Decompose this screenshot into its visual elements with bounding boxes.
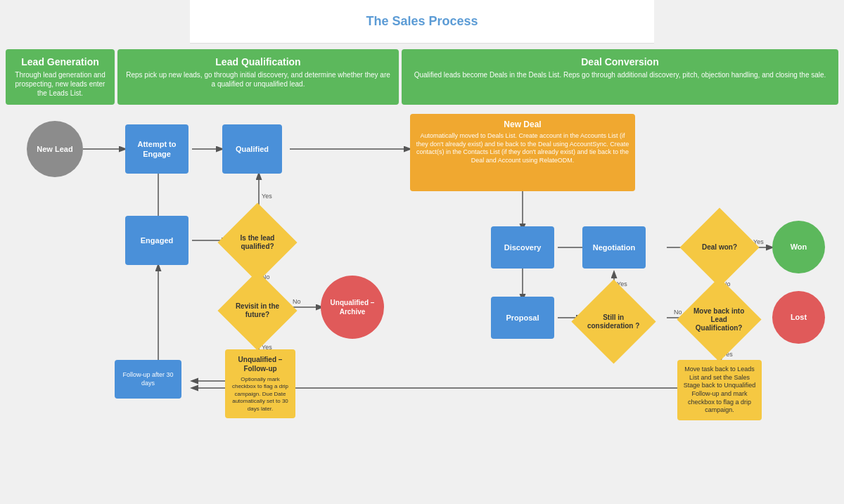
unqualified-archive-node: Unqualified – Archive — [321, 276, 384, 339]
still-consideration-label: Still in consideration ? — [584, 314, 644, 330]
engaged-node: Engaged — [125, 216, 188, 265]
won-label: Won — [791, 242, 807, 252]
attempt-engage-label: Attempt to Engage — [125, 139, 188, 160]
stage-header-desc-lead-gen: Through lead generation and prospecting,… — [14, 70, 106, 98]
discovery-label: Discovery — [504, 243, 542, 252]
discovery-node: Discovery — [491, 226, 554, 269]
stage-header-deal-conv: Deal Conversion Qualified leads become D… — [402, 49, 838, 105]
svg-text:No: No — [293, 298, 301, 305]
stage-header-desc-deal-conv: Qualified leads become Deals in the Deal… — [410, 70, 830, 79]
new-lead-node: New Lead — [27, 121, 83, 177]
won-node: Won — [772, 221, 825, 273]
stage-header-desc-lead-qual: Reps pick up new leads, go through initi… — [126, 70, 390, 89]
stage-header-lead-gen: Lead Generation Through lead generation … — [6, 49, 115, 105]
title-area: The Sales Process — [190, 0, 654, 44]
svg-text:Yes: Yes — [262, 193, 272, 200]
new-lead-label: New Lead — [37, 144, 72, 154]
move-back-lq-label: Move back into Lead Qualification? — [689, 307, 749, 332]
negotiation-label: Negotiation — [593, 243, 636, 252]
stage-headers: Lead Generation Through lead generation … — [6, 49, 838, 105]
moveback-leads-label: Move task back to Leads List and set the… — [684, 366, 756, 413]
qualified-label: Qualified — [236, 144, 269, 154]
qualified-node: Qualified — [222, 124, 282, 174]
revisit-future-label: Revisit in the future? — [229, 302, 286, 319]
negotiation-node: Negotiation — [582, 226, 646, 269]
new-deal-title: New Deal — [416, 119, 629, 129]
stage-header-title-lead-gen: Lead Generation — [14, 56, 106, 67]
lost-label: Lost — [791, 312, 807, 322]
proposal-node: Proposal — [491, 297, 554, 339]
proposal-label: Proposal — [506, 313, 539, 323]
unqualified-followup-title: Unqualified – Follow-up — [231, 355, 290, 373]
flow-area: Yes No No Yes No — [6, 110, 838, 483]
deal-won-node: Deal won? — [679, 207, 759, 287]
deal-won-label: Deal won? — [702, 243, 737, 252]
page-title: The Sales Process — [204, 14, 640, 29]
lost-node: Lost — [772, 291, 825, 344]
stage-header-title-lead-qual: Lead Qualification — [126, 56, 390, 67]
followup-30-node: Follow-up after 30 days — [115, 360, 181, 399]
moveback-leads-node: Move task back to Leads List and set the… — [677, 360, 762, 420]
move-back-lq-node: Move back into Lead Qualification? — [677, 277, 761, 361]
new-deal-desc: Automatically moved to Deals List. Creat… — [416, 132, 629, 165]
unqualified-archive-label: Unqualified – Archive — [321, 298, 384, 316]
stage-header-lead-qual: Lead Qualification Reps pick up new lead… — [117, 49, 399, 105]
unqualified-followup-node: Unqualified – Follow-up Optionally mark … — [225, 349, 295, 418]
new-deal-node: New Deal Automatically moved to Deals Li… — [410, 114, 635, 191]
still-consideration-node: Still in consideration ? — [571, 279, 656, 363]
revisit-future-node: Revisit in the future? — [217, 271, 297, 350]
attempt-engage-node: Attempt to Engage — [125, 124, 188, 174]
stage-header-title-deal-conv: Deal Conversion — [410, 56, 830, 67]
is-qualified-label: Is the lead qualified? — [229, 234, 286, 251]
followup-30-label: Follow-up after 30 days — [120, 371, 176, 387]
page-wrapper: The Sales Process Lead Generation Throug… — [0, 0, 844, 504]
unqualified-followup-desc: Optionally mark checkbox to flag a drip … — [231, 376, 290, 413]
engaged-label: Engaged — [141, 235, 173, 245]
